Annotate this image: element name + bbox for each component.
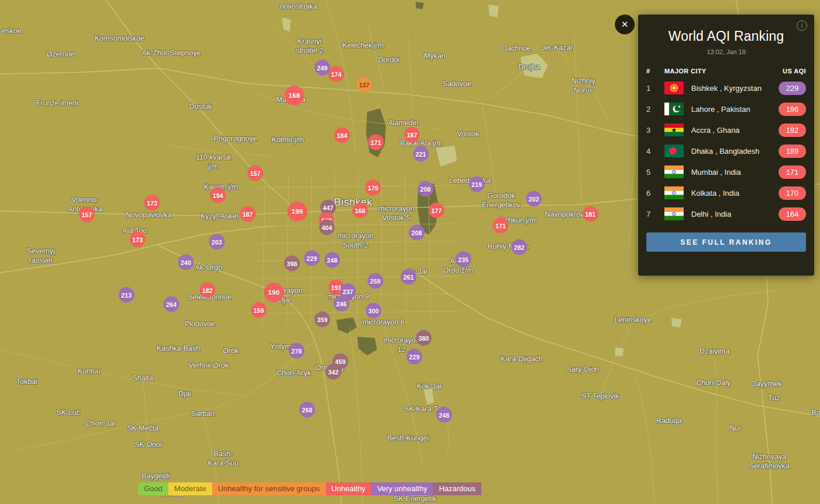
panel-timestamp: 13:02, Jan 18 bbox=[646, 48, 806, 55]
aqi-marker[interactable]: 190 bbox=[264, 283, 284, 302]
aqi-marker[interactable]: 202 bbox=[526, 191, 542, 207]
aqi-badge: 171 bbox=[779, 165, 806, 179]
see-full-ranking-button[interactable]: SEE FULL RANKING bbox=[646, 232, 806, 252]
aqi-marker[interactable]: 248 bbox=[325, 252, 340, 268]
aqi-marker[interactable]: 249 bbox=[315, 60, 330, 76]
city-name: Dhaka , Bangladesh bbox=[691, 147, 779, 156]
aqi-marker[interactable]: 342 bbox=[326, 364, 342, 380]
aqi-marker[interactable]: 359 bbox=[315, 312, 330, 327]
aqi-marker[interactable]: 184 bbox=[335, 128, 350, 143]
aqi-marker[interactable]: 235 bbox=[456, 252, 471, 267]
legend-item-unhealthy: Unhealthy bbox=[326, 482, 372, 495]
aqi-marker[interactable]: 157 bbox=[79, 207, 95, 223]
aqi-marker[interactable]: 300 bbox=[366, 303, 382, 319]
flag-india-icon bbox=[664, 207, 684, 220]
aqi-marker[interactable]: 137 bbox=[357, 77, 372, 93]
aqi-marker[interactable]: 173 bbox=[145, 195, 160, 211]
aqi-marker[interactable]: 246 bbox=[334, 296, 350, 312]
aqi-marker[interactable]: 240 bbox=[178, 255, 194, 270]
aqi-marker[interactable]: 182 bbox=[200, 283, 216, 298]
flag-pakistan-icon bbox=[664, 103, 684, 115]
rank-number: 3 bbox=[646, 126, 664, 135]
rank-number: 4 bbox=[646, 147, 664, 156]
city-name: Accra , Ghana bbox=[691, 126, 779, 135]
city-column-header: MAJOR CITY bbox=[664, 68, 783, 75]
aqi-marker[interactable]: 203 bbox=[209, 234, 225, 250]
legend-item-very_unhealthy: Very unhealthy bbox=[371, 482, 433, 495]
flag-ghana-icon bbox=[664, 124, 684, 136]
flag-kyrgyzstan-icon bbox=[664, 82, 684, 94]
ranking-row[interactable]: 7Delhi , India164 bbox=[646, 203, 806, 224]
city-name: Delhi , India bbox=[691, 210, 779, 218]
legend-item-hazardous: Hazardous bbox=[433, 482, 481, 495]
aqi-marker[interactable]: 229 bbox=[304, 251, 320, 266]
aqi-marker[interactable]: 171 bbox=[368, 135, 384, 150]
world-aqi-ranking-panel: i World AQI Ranking 13:02, Jan 18 # MAJO… bbox=[638, 15, 814, 276]
ranking-row[interactable]: 6Kolkata , India170 bbox=[646, 182, 806, 203]
aqi-marker[interactable]: 199 bbox=[287, 202, 307, 221]
rank-number: 7 bbox=[646, 210, 664, 218]
ranking-row[interactable]: 5Mumbai , India171 bbox=[646, 161, 806, 182]
aqi-marker[interactable]: 213 bbox=[119, 287, 135, 303]
city-name: Lahore , Pakistan bbox=[691, 105, 779, 114]
aqi-marker[interactable]: 168 bbox=[353, 203, 368, 218]
panel-close-button[interactable]: ✕ bbox=[615, 15, 635, 34]
aqi-marker[interactable]: 157 bbox=[248, 165, 263, 181]
aqi-marker[interactable]: 173 bbox=[130, 232, 146, 248]
aqi-marker[interactable]: 221 bbox=[413, 146, 429, 162]
aqi-marker[interactable]: 208 bbox=[418, 181, 434, 197]
ranking-table-header: # MAJOR CITY US AQI bbox=[646, 65, 806, 77]
ranking-row[interactable]: 4Dhaka , Bangladesh189 bbox=[646, 140, 806, 161]
aqi-marker[interactable]: 179 bbox=[365, 180, 381, 196]
aqi-badge: 189 bbox=[779, 144, 806, 158]
rank-number: 2 bbox=[646, 105, 664, 114]
aqi-marker[interactable]: 404 bbox=[319, 220, 335, 235]
aqi-marker[interactable]: 278 bbox=[289, 343, 305, 359]
aqi-marker[interactable]: 187 bbox=[404, 127, 420, 143]
rank-number: 1 bbox=[646, 84, 664, 93]
aqi-marker[interactable]: 380 bbox=[416, 330, 432, 346]
panel-title: World AQI Ranking bbox=[646, 29, 806, 44]
aqi-marker[interactable]: 261 bbox=[401, 269, 417, 285]
flag-india-icon bbox=[664, 165, 684, 178]
aqi-marker[interactable]: 268 bbox=[300, 402, 315, 418]
aqi-marker[interactable]: 264 bbox=[164, 297, 180, 312]
aqi-marker[interactable]: 282 bbox=[512, 239, 527, 255]
aqi-marker[interactable]: 171 bbox=[493, 218, 509, 234]
aqi-marker[interactable]: 259 bbox=[368, 273, 383, 289]
rank-number: 6 bbox=[646, 189, 664, 198]
info-icon[interactable]: i bbox=[797, 20, 807, 31]
aqi-legend: GoodModerateUnhealthy for sensitive grou… bbox=[138, 482, 481, 495]
flag-india-icon bbox=[664, 186, 684, 199]
aqi-marker[interactable]: 187 bbox=[240, 206, 256, 222]
legend-item-good: Good bbox=[138, 482, 168, 495]
aqi-marker[interactable]: 174 bbox=[329, 66, 344, 82]
ranking-row[interactable]: 3Accra , Ghana192 bbox=[646, 119, 806, 140]
aqi-marker[interactable]: 398 bbox=[284, 256, 300, 272]
rank-column-header: # bbox=[646, 68, 664, 75]
aqi-map-screen: eskoeKomsomolskoeOzernoeAk-ZholStepnoyen… bbox=[0, 0, 820, 504]
aqi-badge: 196 bbox=[779, 103, 806, 116]
aqi-marker[interactable]: 177 bbox=[429, 203, 445, 218]
aqi-column-header: US AQI bbox=[783, 68, 806, 75]
aqi-marker[interactable]: 208 bbox=[409, 225, 425, 241]
city-name: Bishkek , Kyrgyzstan bbox=[691, 84, 779, 93]
ranking-row[interactable]: 1Bishkek , Kyrgyzstan229 bbox=[646, 77, 806, 98]
aqi-marker[interactable]: 194 bbox=[210, 188, 226, 203]
aqi-marker[interactable]: 229 bbox=[407, 349, 423, 365]
legend-item-moderate: Moderate bbox=[168, 482, 212, 495]
city-name: Mumbai , India bbox=[691, 168, 779, 177]
aqi-marker[interactable]: 159 bbox=[251, 302, 267, 318]
aqi-badge: 164 bbox=[779, 207, 806, 221]
flag-bangladesh-icon bbox=[664, 144, 684, 157]
city-name: Kolkata , India bbox=[691, 189, 779, 198]
aqi-marker[interactable]: 248 bbox=[437, 407, 452, 423]
legend-item-usg: Unhealthy for sensitive groups bbox=[212, 482, 326, 495]
aqi-marker[interactable]: 168 bbox=[284, 86, 304, 105]
aqi-badge: 192 bbox=[779, 124, 806, 137]
aqi-badge: 229 bbox=[779, 82, 806, 95]
aqi-marker[interactable]: 219 bbox=[469, 177, 485, 192]
rank-number: 5 bbox=[646, 168, 664, 177]
aqi-marker[interactable]: 181 bbox=[583, 206, 599, 222]
ranking-row[interactable]: 2Lahore , Pakistan196 bbox=[646, 98, 806, 119]
